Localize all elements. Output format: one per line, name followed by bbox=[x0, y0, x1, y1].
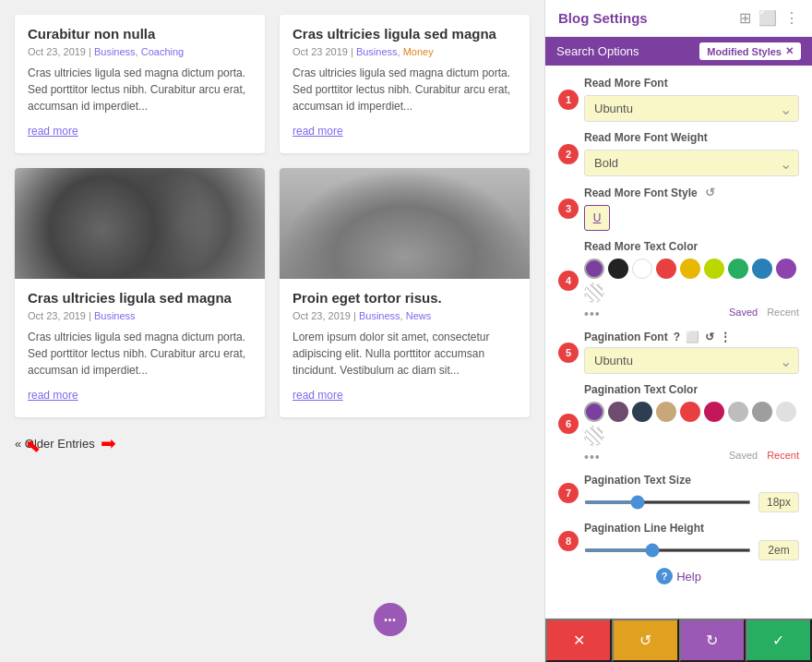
floating-dots-icon: ••• bbox=[384, 615, 397, 625]
pag-color-custom[interactable] bbox=[584, 426, 604, 446]
color-swatch-green[interactable] bbox=[728, 259, 748, 279]
blog-card-4-excerpt: Lorem ipsum dolor sit amet, consectetur … bbox=[293, 329, 517, 379]
pagination-font-label-row: Pagination Font ? ⬜ ↺ ⋮ bbox=[584, 331, 799, 343]
blog-card-3-readmore[interactable]: read more bbox=[28, 389, 78, 402]
settings-header: Blog Settings ⊞ ⬜ ⋮ bbox=[545, 0, 812, 37]
blog-card-1-readmore[interactable]: read more bbox=[28, 125, 78, 138]
redo-button[interactable]: ↻ bbox=[679, 619, 746, 662]
read-more-text-color-label: Read More Text Color bbox=[584, 240, 799, 253]
read-more-font-label: Read More Font bbox=[584, 77, 799, 90]
pagination-font-section: Pagination Font ? ⬜ ↺ ⋮ Ubuntu Arial bbox=[584, 331, 799, 374]
modified-styles-badge: Modified Styles ✕ bbox=[699, 42, 801, 60]
pagination-text-size-slider[interactable] bbox=[584, 500, 751, 504]
pagination-line-height-slider[interactable] bbox=[584, 548, 751, 552]
settings-search-bar: Search Options Modified Styles ✕ bbox=[545, 37, 812, 66]
blog-card-2-readmore[interactable]: read more bbox=[293, 125, 343, 138]
pag-color-purple[interactable] bbox=[584, 402, 604, 422]
blog-card-4-readmore[interactable]: read more bbox=[293, 389, 343, 402]
color-swatch-violet[interactable] bbox=[776, 259, 796, 279]
modified-styles-text: Modified Styles bbox=[707, 46, 782, 57]
blog-area: Curabitur non nulla Oct 23, 2019 | Busin… bbox=[0, 0, 544, 662]
blog-card-3-meta: Oct 23, 2019 | Business bbox=[28, 310, 252, 321]
pagination-font-select[interactable]: Ubuntu Arial bbox=[584, 347, 799, 374]
pag-color-recent-label: Recent bbox=[767, 450, 799, 464]
badge-8: 8 bbox=[558, 531, 579, 551]
blog-card-4-body: Proin eget tortor risus. Oct 23, 2019 | … bbox=[280, 279, 530, 403]
copy-icon[interactable]: ⬜ bbox=[686, 331, 699, 343]
blog-card-3-excerpt: Cras ultricies ligula sed magna dictum p… bbox=[28, 329, 252, 379]
blog-card-2-title: Cras ultricies ligula sed magna bbox=[293, 26, 517, 42]
help-icon: ? bbox=[656, 568, 673, 584]
meta-business-link[interactable]: Business bbox=[94, 46, 136, 57]
question-icon[interactable]: ? bbox=[674, 331, 680, 343]
pag-color-dots[interactable]: ••• bbox=[584, 450, 601, 464]
color-swatch-white[interactable] bbox=[632, 259, 652, 279]
blog-card-3-title: Cras ultricies ligula sed magna bbox=[28, 290, 252, 306]
read-more-font-weight-section: Read More Font Weight Bold Normal Light bbox=[584, 131, 799, 176]
blog-card-1-excerpt: Cras ultricies ligula sed magna dictum p… bbox=[28, 65, 252, 114]
color-dots[interactable]: ••• bbox=[584, 307, 601, 321]
font-style-buttons: U bbox=[584, 205, 799, 231]
color-swatch-black[interactable] bbox=[608, 259, 628, 279]
pag-color-gray[interactable] bbox=[752, 402, 772, 422]
pagination-text-size-section: Pagination Text Size 18px bbox=[584, 474, 799, 512]
pagination-text-size-label: Pagination Text Size bbox=[584, 474, 799, 487]
color-swatch-lime[interactable] bbox=[704, 259, 724, 279]
blog-card-3-image bbox=[15, 168, 265, 279]
meta-business3-link[interactable]: Business bbox=[94, 310, 136, 321]
read-more-font-select-wrapper: Ubuntu Arial Helvetica bbox=[584, 95, 799, 122]
underline-style-btn[interactable]: U bbox=[584, 205, 610, 231]
pag-color-pink[interactable] bbox=[704, 402, 724, 422]
pag-color-silver[interactable] bbox=[728, 402, 748, 422]
cancel-button[interactable]: ✕ bbox=[545, 619, 612, 662]
blog-card-1: Curabitur non nulla Oct 23, 2019 | Busin… bbox=[15, 15, 265, 153]
reset-pagination-icon[interactable]: ↺ bbox=[705, 331, 714, 343]
settings-body: 1 Read More Font Ubuntu Arial Helvetica … bbox=[545, 66, 812, 618]
read-more-font-weight-label: Read More Font Weight bbox=[584, 131, 799, 144]
grid-icon[interactable]: ⊞ bbox=[739, 9, 751, 27]
close-badge-icon[interactable]: ✕ bbox=[785, 45, 794, 57]
read-more-font-weight-select[interactable]: Bold Normal Light bbox=[584, 150, 799, 176]
read-more-text-color-row: 4 Read More Text Color ••• bbox=[558, 240, 799, 321]
blog-card-1-body: Curabitur non nulla Oct 23, 2019 | Busin… bbox=[15, 15, 265, 138]
color-swatch-blue[interactable] bbox=[752, 259, 772, 279]
read-more-font-select[interactable]: Ubuntu Arial Helvetica bbox=[584, 95, 799, 122]
read-more-font-style-section: Read More Font Style ↺ U bbox=[584, 186, 799, 231]
badge-4: 4 bbox=[558, 271, 579, 291]
pagination-text-size-slider-row: 18px bbox=[584, 492, 799, 512]
read-more-font-style-label: Read More Font Style ↺ bbox=[584, 186, 799, 199]
meta-business4-link[interactable]: Business bbox=[359, 310, 400, 321]
color-recent-label: Recent bbox=[767, 307, 799, 321]
read-more-text-color-section: Read More Text Color ••• Saved bbox=[584, 240, 799, 321]
reset-font-style-icon[interactable]: ↺ bbox=[705, 186, 715, 199]
pagination-text-size-row: 7 Pagination Text Size 18px bbox=[558, 474, 799, 512]
color-swatch-red[interactable] bbox=[656, 259, 676, 279]
reset-button[interactable]: ↺ bbox=[612, 619, 678, 662]
settings-panel: Blog Settings ⊞ ⬜ ⋮ Search Options Modif… bbox=[544, 0, 812, 662]
save-button[interactable]: ✓ bbox=[746, 619, 812, 662]
meta-business2-link[interactable]: Business bbox=[356, 46, 398, 57]
meta-news-link[interactable]: News bbox=[406, 310, 432, 321]
columns-icon[interactable]: ⬜ bbox=[758, 9, 777, 27]
blog-card-1-meta: Oct 23, 2019 | Business, Coaching bbox=[28, 46, 252, 57]
color-swatch-purple[interactable] bbox=[584, 259, 604, 279]
floating-circle-button[interactable]: ••• bbox=[374, 603, 407, 636]
search-options-label: Search Options bbox=[556, 44, 639, 58]
read-more-color-swatches bbox=[584, 259, 799, 303]
pag-color-tan[interactable] bbox=[656, 402, 676, 422]
color-swatch-yellow[interactable] bbox=[680, 259, 700, 279]
meta-money-link[interactable]: Money bbox=[403, 46, 434, 57]
more-icon[interactable]: ⋮ bbox=[784, 9, 799, 27]
blog-card-4-image bbox=[280, 168, 530, 279]
pag-color-lightgray[interactable] bbox=[776, 402, 796, 422]
settings-header-icons: ⊞ ⬜ ⋮ bbox=[739, 9, 799, 27]
pag-color-mauve[interactable] bbox=[608, 402, 628, 422]
meta-coaching-link[interactable]: Coaching bbox=[141, 46, 184, 57]
more-pagination-icon[interactable]: ⋮ bbox=[720, 331, 731, 343]
pag-color-red[interactable] bbox=[680, 402, 700, 422]
blog-card-2-body: Cras ultricies ligula sed magna Oct 23 2… bbox=[280, 15, 530, 138]
settings-footer: ✕ ↺ ↻ ✓ bbox=[545, 618, 812, 662]
pag-color-navy[interactable] bbox=[632, 402, 652, 422]
help-row[interactable]: ? Help bbox=[558, 560, 799, 592]
color-swatch-custom[interactable] bbox=[584, 283, 604, 303]
